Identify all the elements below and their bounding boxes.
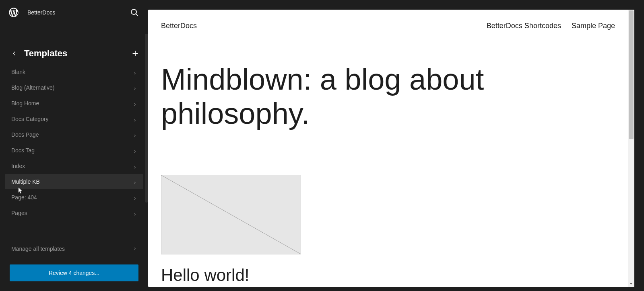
preview-frame[interactable]: BetterDocs BetterDocs Shortcodes Sample … <box>148 10 634 287</box>
section-title: Templates <box>24 48 67 59</box>
scroll-down-arrow-icon[interactable] <box>628 281 634 287</box>
chevron-right-icon <box>133 86 137 90</box>
preview-heading: Mindblown: a blog about philosophy. <box>161 62 621 131</box>
template-item-label: Page: 404 <box>11 194 37 201</box>
search-button[interactable] <box>129 7 140 18</box>
section-header-left: Templates <box>10 48 67 59</box>
manage-all-label: Manage all templates <box>11 246 65 252</box>
sidebar: BetterDocs Templates Blank Blog (Alterna… <box>0 0 148 291</box>
chevron-right-icon <box>133 117 137 121</box>
template-item-index[interactable]: Index <box>5 158 143 174</box>
chevron-right-icon <box>133 148 137 152</box>
templates-list: Blank Blog (Alternative) Blog Home Docs … <box>0 64 148 241</box>
template-item-blog-alternative[interactable]: Blog (Alternative) <box>5 80 143 95</box>
review-bar: Review 4 changes... <box>0 256 148 291</box>
template-item-label: Blank <box>11 69 25 75</box>
preview-scrollbar[interactable] <box>628 10 634 287</box>
preview-placeholder-image <box>161 175 301 254</box>
template-item-label: Blog Home <box>11 100 39 107</box>
chevron-right-icon <box>133 195 137 199</box>
svg-point-0 <box>131 9 136 14</box>
wordpress-logo-icon[interactable] <box>8 7 19 18</box>
preview-post-title[interactable]: Hello world! <box>161 266 621 285</box>
manage-all-templates[interactable]: Manage all templates <box>0 241 148 256</box>
svg-line-2 <box>161 175 301 254</box>
svg-line-1 <box>136 14 138 16</box>
template-item-label: Multiple KB <box>11 178 40 185</box>
template-item-docs-page[interactable]: Docs Page <box>5 127 143 142</box>
top-bar-left: BetterDocs <box>8 7 55 18</box>
template-item-pages[interactable]: Pages <box>5 205 143 221</box>
preview-site-title[interactable]: BetterDocs <box>161 22 197 30</box>
back-button[interactable] <box>10 50 18 57</box>
preview-nav: BetterDocs Shortcodes Sample Page <box>487 22 615 30</box>
chevron-right-icon <box>133 246 137 252</box>
preview-area: BetterDocs BetterDocs Shortcodes Sample … <box>148 0 644 291</box>
template-item-label: Docs Page <box>11 131 39 138</box>
template-item-page-404[interactable]: Page: 404 <box>5 190 143 205</box>
preview-nav-link[interactable]: Sample Page <box>572 22 615 30</box>
chevron-right-icon <box>133 211 137 215</box>
section-header: Templates <box>0 41 148 64</box>
template-item-label: Pages <box>11 210 27 216</box>
template-item-docs-category[interactable]: Docs Category <box>5 111 143 127</box>
template-item-label: Docs Category <box>11 116 49 122</box>
chevron-right-icon <box>133 164 137 168</box>
preview-scrollbar-thumb[interactable] <box>629 10 634 139</box>
site-name[interactable]: BetterDocs <box>27 9 55 16</box>
template-item-label: Blog (Alternative) <box>11 84 54 91</box>
add-template-button[interactable] <box>130 49 140 58</box>
template-item-docs-tag[interactable]: Docs Tag <box>5 143 143 158</box>
preview-nav-link[interactable]: BetterDocs Shortcodes <box>487 22 561 30</box>
template-item-label: Index <box>11 163 25 169</box>
top-bar: BetterDocs <box>0 0 148 25</box>
chevron-right-icon <box>133 70 137 74</box>
preview-header: BetterDocs BetterDocs Shortcodes Sample … <box>148 10 634 30</box>
chevron-right-icon <box>133 180 137 184</box>
template-item-blog-home[interactable]: Blog Home <box>5 96 143 111</box>
template-item-multiple-kb[interactable]: Multiple KB <box>5 174 143 189</box>
template-item-label: Docs Tag <box>11 147 35 154</box>
review-changes-button[interactable]: Review 4 changes... <box>10 264 138 281</box>
template-item-blank[interactable]: Blank <box>5 64 143 80</box>
chevron-right-icon <box>133 101 137 105</box>
preview-body: Mindblown: a blog about philosophy. Hell… <box>148 30 634 285</box>
chevron-right-icon <box>133 133 137 137</box>
